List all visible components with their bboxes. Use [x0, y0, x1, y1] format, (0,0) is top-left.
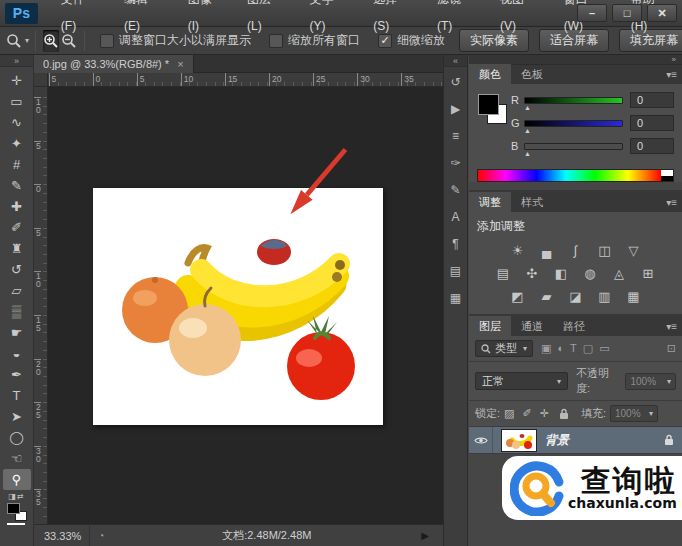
document-tab[interactable]: 0.jpg @ 33.3%(RGB/8#) * × [34, 55, 194, 73]
quick-selection-tool[interactable]: ✦ [3, 133, 31, 154]
slider-track[interactable] [524, 120, 623, 127]
layer-thumbnail[interactable] [501, 429, 537, 452]
foreground-color-swatch[interactable] [478, 94, 499, 115]
zoom-level-field[interactable]: 33.33% [34, 525, 90, 546]
filter-smart-objects-icon[interactable]: ▭ [599, 342, 609, 355]
filter-adjustment-layers-icon[interactable]: ◐ [557, 342, 564, 355]
tab-close-icon[interactable]: × [177, 58, 183, 70]
crop-tool[interactable]: # [3, 154, 31, 175]
menu-item[interactable]: 文件(F) [48, 0, 111, 40]
pen-tool[interactable]: ✒ [3, 364, 31, 385]
slider-track[interactable] [524, 97, 623, 104]
black-white-icon[interactable]: ◧ [552, 266, 570, 281]
canvas-image[interactable] [93, 188, 383, 425]
tab-channels[interactable]: 通道 [511, 316, 553, 336]
expand-panels-icon[interactable]: « [444, 55, 467, 67]
curves-icon[interactable]: ∫ [567, 243, 585, 258]
posterize-icon[interactable]: ▰ [538, 289, 556, 304]
tab-layers[interactable]: 图层 [469, 316, 511, 336]
channel-value-field[interactable]: 0 [630, 92, 674, 108]
type-tool[interactable]: T [3, 385, 31, 406]
path-selection-tool[interactable]: ➤ [3, 406, 31, 427]
chevron-down-icon[interactable]: ▾ [25, 36, 29, 45]
layer-name[interactable]: 背景 [545, 432, 664, 449]
layer-visibility-cell[interactable] [469, 427, 493, 453]
clone-stamp-tool[interactable]: ♜ [3, 238, 31, 259]
brush-presets-panel-icon[interactable]: ✑ [445, 151, 466, 175]
minimize-button[interactable]: – [577, 4, 607, 22]
healing-brush-tool[interactable]: ✚ [3, 196, 31, 217]
actions-panel-icon[interactable]: ▶ [445, 97, 466, 121]
lock-position-icon[interactable]: ✛ [540, 407, 549, 420]
lock-transparent-pixels-icon[interactable]: ▨ [504, 407, 514, 420]
zoom-tool[interactable]: ⚲ [3, 469, 31, 490]
tab-paths[interactable]: 路径 [553, 316, 595, 336]
invert-icon[interactable]: ◩ [509, 289, 527, 304]
menu-item[interactable]: 图层(L) [234, 0, 296, 40]
brush-tool[interactable]: ✐ [3, 217, 31, 238]
slider-handle-icon[interactable]: ▲ [524, 127, 531, 134]
ellipse-tool[interactable]: ◯ [3, 427, 31, 448]
canvas-viewport[interactable] [48, 87, 443, 524]
slider-handle-icon[interactable]: ▲ [524, 150, 531, 157]
ruler-corner[interactable] [34, 73, 48, 87]
eye-icon[interactable] [474, 436, 488, 445]
filter-toggle-icon[interactable]: ⊡ [667, 342, 676, 355]
tab-styles[interactable]: 样式 [511, 192, 553, 212]
fill-field[interactable]: 100% ▾ [610, 405, 658, 422]
hand-tool[interactable]: ☜ [3, 448, 31, 469]
tab-adjustments[interactable]: 调整 [469, 192, 511, 212]
spectrum-gradient[interactable] [478, 170, 661, 181]
color-lookup-icon[interactable]: ⊞ [639, 266, 657, 281]
status-menu-arrow-icon[interactable]: ▶ [421, 530, 429, 541]
tool-presets-panel-icon[interactable]: ✎ [445, 178, 466, 202]
menu-item[interactable]: 滤镜(T) [424, 0, 487, 40]
gradient-map-icon[interactable]: ▥ [596, 289, 614, 304]
opacity-field[interactable]: 100% ▾ [625, 373, 676, 390]
dodge-tool[interactable]: ◒ [3, 343, 31, 364]
levels-icon[interactable]: ▄ [538, 243, 556, 258]
channel-value-field[interactable]: 0 [630, 115, 674, 131]
lasso-tool[interactable]: ∿ [3, 112, 31, 133]
collapse-toolbar-icon[interactable]: » [0, 55, 33, 67]
lock-image-pixels-icon[interactable]: ✐ [522, 407, 531, 420]
smudge-tool[interactable]: ☛ [3, 322, 31, 343]
brightness-contrast-icon[interactable]: ☀ [509, 243, 527, 258]
eyedropper-tool[interactable]: ✎ [3, 175, 31, 196]
menu-item[interactable]: 文字(Y) [296, 0, 360, 40]
tab-color[interactable]: 颜色 [469, 64, 511, 84]
close-button[interactable]: ✕ [647, 4, 677, 22]
color-swatches[interactable] [477, 92, 511, 144]
filter-pixel-layers-icon[interactable]: ▣ [541, 342, 551, 355]
panel-menu-icon[interactable]: ▾≡ [666, 197, 677, 208]
layer-filter-type-select[interactable]: 类型 ▾ [475, 340, 533, 357]
foreground-background-swatch[interactable] [7, 503, 27, 521]
blend-mode-select[interactable]: 正常 ▾ [475, 372, 568, 390]
clone-source-panel-icon[interactable]: ▤ [445, 259, 466, 283]
slider-handle-icon[interactable]: ▲ [524, 104, 531, 111]
menu-item[interactable]: 选择(S) [360, 0, 424, 40]
zoom-tool-icon[interactable] [6, 30, 22, 52]
menu-item[interactable]: 视图(V) [487, 0, 551, 40]
paragraph-panel-icon[interactable]: ¶ [445, 232, 466, 256]
panel-menu-icon[interactable]: ▾≡ [666, 69, 677, 80]
filter-shape-layers-icon[interactable]: ▢ [583, 342, 593, 355]
move-tool[interactable]: ✛ [3, 70, 31, 91]
color-spectrum-bar[interactable] [477, 169, 674, 182]
background-layer-row[interactable]: 背景 [469, 427, 682, 454]
swap-colors-icon[interactable]: ◨⇄ [8, 492, 24, 501]
horizontal-ruler[interactable]: 50510152025303540 [48, 73, 443, 87]
channel-value-field[interactable]: 0 [630, 138, 674, 154]
character-panel-icon[interactable]: A [445, 205, 466, 229]
styles-panel-icon[interactable]: ≡ [445, 124, 466, 148]
maximize-button[interactable]: □ [612, 4, 642, 22]
foreground-color-swatch[interactable] [7, 503, 20, 514]
photo-filter-icon[interactable]: ◍ [581, 266, 599, 281]
lock-all-icon[interactable] [559, 408, 569, 420]
exposure-icon[interactable]: ◫ [596, 243, 614, 258]
vertical-ruler[interactable]: 1050510152025303540 [34, 87, 48, 524]
channel-mixer-icon[interactable]: ◬ [610, 266, 628, 281]
slider-track[interactable] [524, 143, 623, 150]
hue-saturation-icon[interactable]: ▤ [494, 266, 512, 281]
color-balance-icon[interactable]: ✣ [523, 266, 541, 281]
